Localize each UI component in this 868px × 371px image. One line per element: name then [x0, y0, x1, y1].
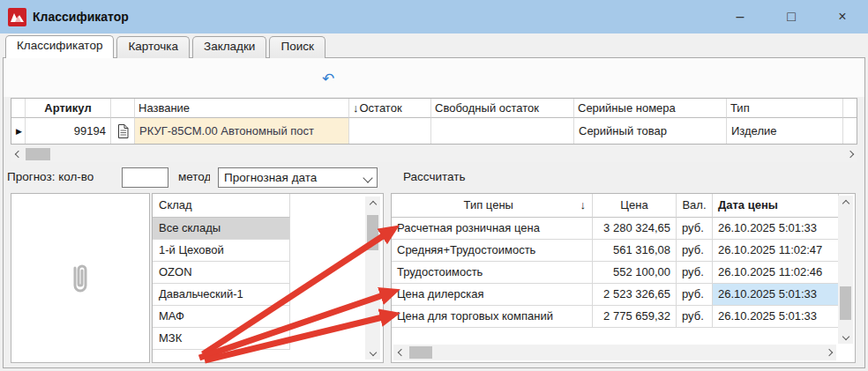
column-header-price[interactable]: Цена: [593, 194, 677, 218]
type-cell[interactable]: Изделие: [727, 118, 843, 144]
close-button[interactable]: ×: [817, 0, 868, 33]
scroll-down-button[interactable]: [365, 345, 380, 360]
warehouse-item-4[interactable]: МАФ: [153, 306, 290, 328]
price-date-cell[interactable]: 26.10.2025 11:02:46: [713, 262, 839, 284]
tab-card[interactable]: Карточка: [116, 36, 190, 58]
warehouse-list: Склад Все склады 1-й Цеховой OZON Даваль…: [152, 193, 384, 363]
chevron-down-icon: [842, 332, 849, 339]
price-type-cell[interactable]: Средняя+Трудостоимость: [392, 240, 593, 262]
tab-search[interactable]: Поиск: [269, 36, 325, 58]
warehouse-column-header[interactable]: Склад: [153, 194, 290, 218]
forecast-method-select[interactable]: Прогнозная дата: [218, 167, 378, 188]
product-table-hscrollbar[interactable]: [11, 146, 857, 162]
hscroll-thumb[interactable]: [26, 148, 50, 160]
undo-button[interactable]: ↶: [318, 69, 339, 88]
price-table: Тип цены↓ Цена Вал. Дата цены Расчетная …: [391, 193, 856, 363]
scroll-down-button[interactable]: [838, 329, 853, 344]
name-cell[interactable]: РКУГ-85СМ.00 Автономный пост: [135, 118, 349, 144]
price-value-cell[interactable]: 552 100,00: [593, 262, 677, 284]
scroll-up-button[interactable]: [838, 196, 853, 211]
warehouse-item-3[interactable]: Давальческий-1: [153, 284, 290, 306]
free-stock-cell[interactable]: [431, 118, 574, 144]
scroll-up-button[interactable]: [365, 197, 380, 211]
vscroll-thumb[interactable]: [840, 286, 851, 320]
app-logo-icon: [8, 8, 26, 26]
document-icon[interactable]: [111, 118, 135, 144]
price-value-cell[interactable]: 2 775 659,32: [593, 306, 677, 328]
warehouse-item-5[interactable]: МЗК: [153, 328, 290, 350]
column-header-stock[interactable]: ↓Остаток: [349, 99, 431, 118]
current-row-marker-icon: ▶: [11, 118, 26, 144]
scroll-left-button[interactable]: [393, 345, 408, 360]
currency-cell[interactable]: руб.: [677, 306, 713, 328]
price-date-cell[interactable]: 26.10.2025 5:01:33: [713, 218, 839, 240]
chevron-right-icon: [846, 150, 853, 157]
scroll-left-button[interactable]: [11, 146, 26, 161]
tab-bookmarks[interactable]: Закладки: [192, 36, 266, 58]
forecast-method-value: Прогнозная дата: [224, 171, 364, 184]
price-value-cell[interactable]: 561 316,08: [593, 240, 677, 262]
paperclip-icon: [70, 261, 91, 296]
scroll-right-button[interactable]: [821, 345, 836, 360]
column-header-free-stock[interactable]: Свободный остаток: [431, 99, 574, 118]
price-table-vscrollbar[interactable]: [838, 196, 853, 344]
price-table-hscrollbar[interactable]: [393, 345, 836, 360]
warehouse-item-all[interactable]: Все склады: [153, 218, 290, 240]
price-type-cell[interactable]: Трудостоимость: [392, 262, 593, 284]
column-header-price-type[interactable]: Тип цены↓: [392, 194, 593, 218]
chevron-right-icon: [825, 348, 832, 355]
article-cell[interactable]: 99194: [26, 118, 111, 144]
price-date-cell-selected[interactable]: 26.10.2025 5:01:33: [713, 284, 839, 306]
warehouse-item-1[interactable]: 1-й Цеховой: [153, 240, 290, 262]
toolbar: ↶: [4, 58, 864, 97]
warehouse-item-2[interactable]: OZON: [153, 262, 290, 284]
price-table-grid: Тип цены↓ Цена Вал. Дата цены Расчетная …: [392, 194, 839, 328]
warehouse-column: Склад Все склады 1-й Цеховой OZON Даваль…: [153, 194, 290, 350]
column-header-serial[interactable]: Серийные номера: [574, 99, 727, 118]
window-title: Классификатор: [33, 10, 129, 24]
column-header-article[interactable]: Артикул: [26, 99, 111, 118]
app-window: Классификатор – □ × Классификатор Карточ…: [0, 0, 868, 371]
undo-icon: ↶: [322, 70, 334, 88]
warehouse-vscrollbar[interactable]: [365, 197, 380, 360]
forecast-qty-input[interactable]: [122, 167, 168, 188]
price-type-cell[interactable]: Цена для торговых компаний: [392, 306, 593, 328]
attachments-panel[interactable]: [11, 193, 150, 363]
price-date-cell[interactable]: 26.10.2025 5:01:33: [713, 306, 839, 328]
minimize-button[interactable]: –: [715, 0, 766, 33]
maximize-button[interactable]: □: [766, 0, 817, 33]
forecast-panel: Прогноз: кол-во метод Прогнозная дата Ра…: [7, 167, 854, 189]
currency-cell[interactable]: руб.: [677, 262, 713, 284]
price-type-cell[interactable]: Цена дилерская: [392, 284, 593, 306]
currency-cell[interactable]: руб.: [677, 218, 713, 240]
column-header-doc-icon[interactable]: [111, 99, 135, 118]
column-header-name[interactable]: Название: [135, 99, 349, 118]
price-value-cell[interactable]: 3 280 324,65: [593, 218, 677, 240]
chevron-up-icon: [842, 199, 849, 206]
scroll-right-button[interactable]: [842, 146, 857, 161]
price-type-cell[interactable]: Расчетная розничная цена: [392, 218, 593, 240]
title-bar[interactable]: Классификатор – □ ×: [0, 0, 868, 33]
column-header-price-date[interactable]: Дата цены: [713, 194, 839, 218]
column-header-currency[interactable]: Вал.: [677, 194, 713, 218]
row-selector-header: [11, 99, 26, 118]
hscroll-thumb[interactable]: [409, 346, 432, 359]
column-header-type[interactable]: Тип: [727, 99, 843, 118]
chevron-up-icon: [369, 200, 376, 207]
tab-classifier[interactable]: Классификатор: [5, 35, 114, 58]
tab-bar: Классификатор Карточка Закладки Поиск: [5, 36, 328, 58]
currency-cell[interactable]: руб.: [677, 284, 713, 306]
window-controls: – □ ×: [715, 0, 868, 33]
currency-cell[interactable]: руб.: [677, 240, 713, 262]
calculate-button[interactable]: Рассчитать: [403, 170, 465, 183]
serial-cell[interactable]: Серийный товар: [574, 118, 727, 144]
vscroll-thumb[interactable]: [367, 215, 378, 250]
chevron-down-icon: [369, 348, 376, 355]
chevron-left-icon: [397, 348, 404, 355]
stock-cell[interactable]: [349, 118, 431, 144]
price-date-cell[interactable]: 26.10.2025 11:02:47: [713, 240, 839, 262]
price-value-cell[interactable]: 2 523 326,65: [593, 284, 677, 306]
table-row[interactable]: ▶ 99194 РКУГ-85СМ.00 Автономный пост Сер…: [11, 118, 857, 144]
product-table: Артикул Название ↓Остаток Свободный оста…: [11, 98, 857, 145]
forecast-qty-label: Прогноз: кол-во: [7, 170, 94, 183]
